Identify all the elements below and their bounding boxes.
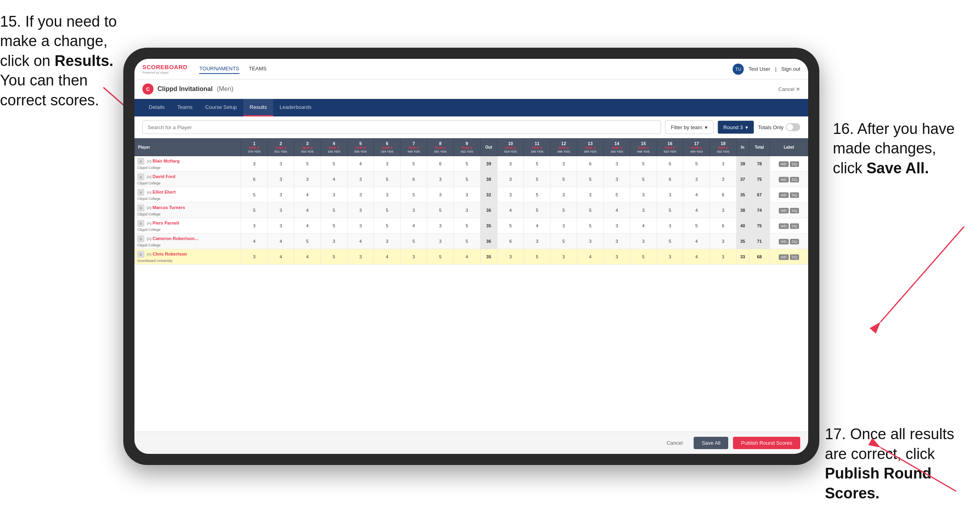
score-hole-2[interactable]: 3	[268, 156, 294, 172]
score-hole-8[interactable]: 3	[427, 218, 454, 234]
tab-teams[interactable]: Teams	[171, 99, 199, 116]
score-hole-16[interactable]: 3	[657, 249, 683, 265]
cancel-button[interactable]: Cancel	[660, 437, 689, 449]
score-hole-8[interactable]: 6	[427, 156, 454, 172]
score-hole-4[interactable]: 3	[321, 234, 347, 249]
nav-teams[interactable]: TEAMS	[249, 64, 267, 74]
score-hole-9[interactable]: 5	[453, 234, 480, 249]
score-hole-12[interactable]: 5	[550, 203, 577, 218]
tab-results[interactable]: Results	[243, 99, 273, 116]
score-hole-11[interactable]: 5	[524, 203, 550, 218]
score-hole-17[interactable]: 5	[683, 156, 710, 172]
score-hole-9[interactable]: 3	[453, 187, 480, 203]
dq-button[interactable]: DQ	[790, 254, 799, 260]
score-hole-5[interactable]: 3	[347, 249, 374, 265]
score-hole-2[interactable]: 3	[268, 218, 294, 234]
score-hole-1[interactable]: 3	[241, 218, 268, 234]
score-hole-3[interactable]: 3	[294, 172, 321, 187]
score-hole-18[interactable]: 3	[710, 172, 737, 187]
score-hole-16[interactable]: 3	[657, 187, 683, 203]
dq-button[interactable]: DQ	[790, 161, 799, 167]
score-hole-17[interactable]: 4	[683, 234, 710, 249]
score-hole-7[interactable]: 5	[401, 234, 427, 249]
wd-button[interactable]: WD	[779, 223, 789, 229]
score-hole-1[interactable]: 6	[241, 172, 268, 187]
score-hole-18[interactable]: 3	[710, 156, 737, 172]
score-hole-18[interactable]: 6	[710, 218, 737, 234]
score-hole-1[interactable]: 3	[241, 249, 268, 265]
score-hole-4[interactable]: 3	[321, 187, 347, 203]
score-hole-2[interactable]: 3	[268, 172, 294, 187]
score-hole-2[interactable]: 3	[268, 187, 294, 203]
totals-only-toggle[interactable]	[786, 123, 800, 131]
score-hole-1[interactable]: 5	[241, 203, 268, 218]
score-hole-10[interactable]: 3	[497, 172, 524, 187]
wd-button[interactable]: WD	[779, 192, 789, 198]
score-hole-17[interactable]: 3	[683, 172, 710, 187]
score-hole-10[interactable]: 3	[497, 249, 524, 265]
score-hole-12[interactable]: 3	[550, 218, 577, 234]
score-hole-3[interactable]: 4	[294, 187, 321, 203]
score-hole-17[interactable]: 4	[683, 203, 710, 218]
score-hole-14[interactable]: 3	[603, 156, 630, 172]
score-hole-15[interactable]: 4	[630, 218, 657, 234]
score-hole-9[interactable]: 5	[453, 156, 480, 172]
score-hole-9[interactable]: 4	[453, 249, 480, 265]
filter-by-team-button[interactable]: Filter by team ▾	[665, 120, 714, 134]
sign-out-link[interactable]: Sign out	[781, 66, 800, 72]
score-hole-14[interactable]: 5	[603, 187, 630, 203]
score-hole-5[interactable]: 4	[347, 234, 374, 249]
score-hole-2[interactable]: 4	[268, 234, 294, 249]
score-hole-5[interactable]: 3	[347, 203, 374, 218]
cancel-tournament-button[interactable]: Cancel ✕	[778, 86, 800, 92]
score-hole-2[interactable]: 3	[268, 203, 294, 218]
score-hole-11[interactable]: 3	[524, 234, 550, 249]
score-hole-6[interactable]: 5	[374, 218, 401, 234]
score-hole-6[interactable]: 5	[374, 172, 401, 187]
score-hole-18[interactable]: 3	[710, 234, 737, 249]
score-hole-7[interactable]: 6	[401, 172, 427, 187]
score-hole-7[interactable]: 5	[401, 156, 427, 172]
score-hole-10[interactable]: 5	[497, 218, 524, 234]
tab-course-setup[interactable]: Course Setup	[199, 99, 243, 116]
score-hole-8[interactable]: 5	[427, 203, 454, 218]
score-hole-17[interactable]: 5	[683, 218, 710, 234]
dq-button[interactable]: DQ	[790, 223, 799, 229]
score-hole-16[interactable]: 5	[657, 234, 683, 249]
score-hole-14[interactable]: 3	[603, 172, 630, 187]
score-hole-18[interactable]: 6	[710, 187, 737, 203]
score-hole-8[interactable]: 3	[427, 172, 454, 187]
wd-button[interactable]: WD	[779, 161, 789, 167]
score-hole-11[interactable]: 5	[524, 249, 550, 265]
score-hole-7[interactable]: 3	[401, 249, 427, 265]
score-hole-6[interactable]: 3	[374, 187, 401, 203]
wd-button[interactable]: WD	[779, 177, 789, 182]
round-selector-button[interactable]: Round 3 ▾	[718, 120, 754, 134]
score-hole-5[interactable]: 3	[347, 187, 374, 203]
score-hole-2[interactable]: 4	[268, 249, 294, 265]
score-hole-14[interactable]: 4	[603, 203, 630, 218]
score-hole-10[interactable]: 3	[497, 187, 524, 203]
score-hole-14[interactable]: 3	[603, 234, 630, 249]
score-hole-4[interactable]: 5	[321, 203, 347, 218]
score-hole-1[interactable]: 4	[241, 234, 268, 249]
score-hole-5[interactable]: 4	[347, 156, 374, 172]
score-hole-10[interactable]: 4	[497, 203, 524, 218]
score-hole-3[interactable]: 5	[294, 156, 321, 172]
score-hole-17[interactable]: 4	[683, 249, 710, 265]
score-hole-9[interactable]: 5	[453, 172, 480, 187]
score-hole-18[interactable]: 3	[710, 203, 737, 218]
score-hole-4[interactable]: 5	[321, 218, 347, 234]
score-hole-15[interactable]: 3	[630, 187, 657, 203]
score-hole-11[interactable]: 5	[524, 156, 550, 172]
tab-details[interactable]: Details	[142, 99, 171, 116]
score-hole-9[interactable]: 3	[453, 203, 480, 218]
score-hole-6[interactable]: 3	[374, 156, 401, 172]
score-hole-15[interactable]: 5	[630, 249, 657, 265]
tab-leaderboards[interactable]: Leaderboards	[273, 99, 318, 116]
score-hole-7[interactable]: 3	[401, 203, 427, 218]
score-hole-12[interactable]: 3	[550, 156, 577, 172]
wd-button[interactable]: WD	[779, 254, 789, 260]
dq-button[interactable]: DQ	[790, 177, 799, 182]
score-hole-15[interactable]: 3	[630, 234, 657, 249]
